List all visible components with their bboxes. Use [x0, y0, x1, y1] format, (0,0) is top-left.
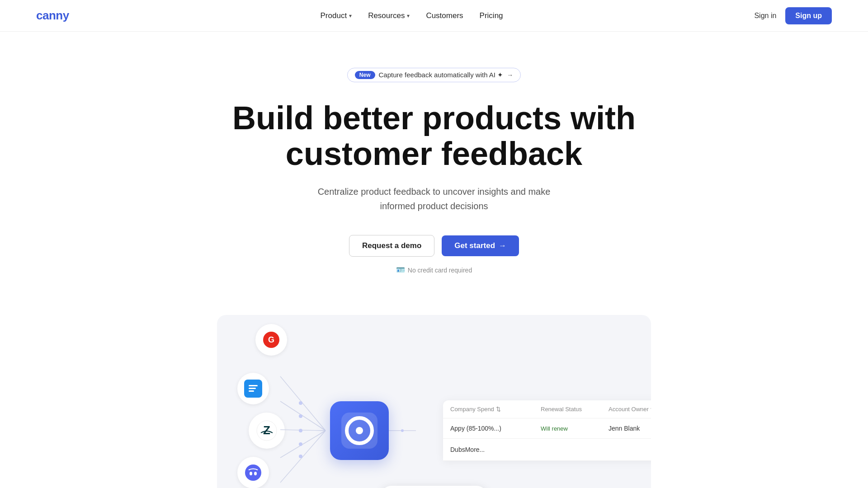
- hero-subtitle: Centralize product feedback to uncover i…: [307, 184, 561, 213]
- new-tag: New: [355, 71, 375, 79]
- col-renewal-status: Renewal Status: [541, 406, 609, 413]
- get-started-button[interactable]: Get started →: [442, 235, 519, 256]
- nav-pricing[interactable]: Pricing: [480, 11, 503, 20]
- canny-center-logo: [330, 401, 389, 460]
- badge-text: Capture feedback automatically with AI ✦: [379, 71, 504, 79]
- sort-icon[interactable]: ⇅: [496, 406, 501, 413]
- svg-point-17: [299, 401, 302, 405]
- table-header: Company Spend ⇅ Renewal Status Account O…: [443, 400, 651, 418]
- svg-line-14: [280, 430, 326, 431]
- discord-icon: [237, 457, 269, 488]
- integration-flow: G Z: [235, 333, 633, 488]
- nav-actions: Sign in Sign up: [754, 7, 832, 24]
- col-company-spend: Company Spend ⇅: [450, 406, 541, 413]
- new-badge-link[interactable]: New Capture feedback automatically with …: [347, 68, 521, 82]
- integration-icons: G Z: [235, 333, 271, 488]
- connector-lines: [276, 367, 330, 488]
- svg-rect-5: [249, 390, 254, 392]
- svg-text:G: G: [268, 335, 274, 344]
- hero-title: Build better products with customer feed…: [231, 100, 637, 172]
- chevron-down-icon: ▾: [349, 13, 352, 19]
- col-account-owner: Account Owner ▾: [609, 406, 651, 413]
- svg-point-9: [250, 472, 252, 475]
- right-connector: [389, 427, 416, 435]
- no-credit-card-notice: 🪪 No credit card required: [396, 266, 472, 274]
- svg-point-20: [299, 442, 302, 446]
- nav-product[interactable]: Product ▾: [321, 11, 352, 20]
- cell-company: DubsMore...: [450, 446, 541, 453]
- arrow-icon: →: [507, 71, 513, 79]
- cell-renewal: Will renew: [541, 425, 609, 432]
- cell-company: Appy (85-100%...): [450, 425, 541, 432]
- hero-section: New Capture feedback automatically with …: [0, 32, 868, 297]
- svg-line-13: [280, 401, 326, 431]
- svg-point-21: [299, 455, 302, 458]
- request-demo-button[interactable]: Request a demo: [349, 235, 434, 257]
- nav-links: Product ▾ Resources ▾ Customers Pricing: [321, 11, 503, 20]
- nav-customers[interactable]: Customers: [426, 11, 463, 20]
- nav-resources[interactable]: Resources ▾: [368, 11, 410, 20]
- svg-line-16: [280, 431, 326, 483]
- see-how-button[interactable]: SEE HOW IT WORKS: [380, 486, 488, 488]
- logo[interactable]: canny: [36, 9, 69, 23]
- data-table-panel: Company Spend ⇅ Renewal Status Account O…: [443, 400, 651, 461]
- cta-row: Request a demo Get started →: [349, 235, 519, 257]
- table-row: DubsMore... Must have $56,500: [443, 439, 651, 461]
- arrow-icon: →: [499, 241, 506, 250]
- svg-line-15: [280, 431, 326, 458]
- cell-owner: Jenn Blank: [609, 425, 651, 432]
- svg-rect-3: [249, 385, 258, 386]
- navbar: canny Product ▾ Resources ▾ Customers Pr…: [0, 0, 868, 32]
- chevron-down-icon: ▾: [407, 13, 410, 19]
- g2-icon: G: [255, 324, 287, 356]
- svg-point-10: [254, 472, 257, 475]
- svg-point-18: [299, 414, 302, 418]
- chevron-down-icon: ▾: [651, 406, 651, 413]
- sign-up-button[interactable]: Sign up: [785, 7, 832, 24]
- svg-line-12: [280, 376, 326, 431]
- intercom-icon: [237, 373, 269, 404]
- svg-point-19: [299, 429, 302, 432]
- svg-rect-4: [249, 388, 256, 389]
- svg-point-8: [245, 465, 261, 481]
- sign-in-button[interactable]: Sign in: [754, 12, 776, 20]
- svg-text:Z: Z: [263, 423, 270, 437]
- table-row: Appy (85-100%...) Will renew Jenn Blank: [443, 418, 651, 439]
- dashboard-visual: G Z: [217, 315, 651, 488]
- svg-point-24: [356, 427, 363, 434]
- credit-card-icon: 🪪: [396, 266, 405, 274]
- svg-point-26: [401, 429, 404, 432]
